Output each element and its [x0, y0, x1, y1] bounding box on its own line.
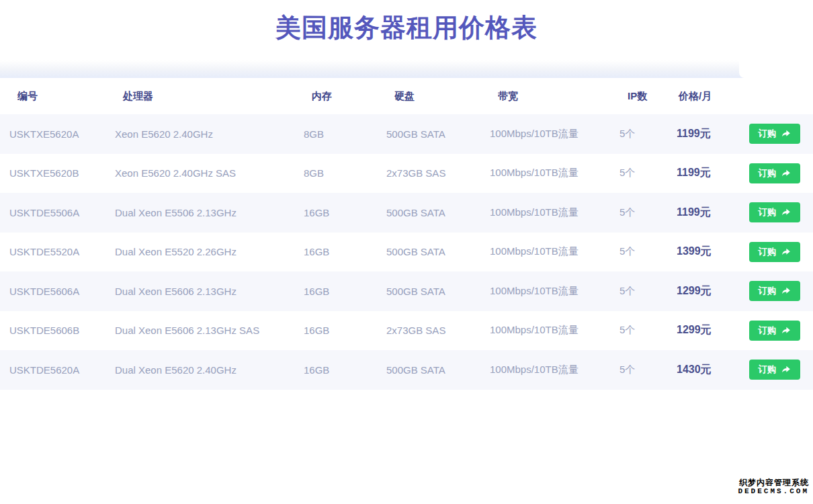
order-button[interactable]: 订购 — [749, 163, 800, 183]
col-header-price: 价格/月 — [662, 78, 736, 114]
watermark-line-cn: 织梦内容管理系统 — [738, 478, 809, 487]
cell-order: 订购 — [736, 311, 813, 351]
cell-bandwidth: 100Mbps/10TB流量 — [480, 193, 610, 233]
cell-ips: 5个 — [610, 154, 662, 194]
cell-ram: 16GB — [294, 193, 377, 233]
cell-disk: 2x73GB SAS — [377, 311, 480, 351]
header-gradient-band — [0, 60, 813, 78]
cell-disk: 500GB SATA — [377, 193, 480, 233]
cell-cpu: Dual Xeon E5520 2.26GHz — [105, 233, 294, 272]
cell-bandwidth: 100Mbps/10TB流量 — [480, 114, 610, 154]
cell-ips: 5个 — [610, 233, 662, 272]
col-header-cpu: 处理器 — [105, 78, 294, 114]
cell-bandwidth: 100Mbps/10TB流量 — [480, 350, 610, 390]
cell-price: 1430元 — [662, 350, 736, 390]
dedecms-watermark: 织梦内容管理系统 DEDECMS.COM — [738, 478, 809, 496]
cell-order: 订购 — [736, 233, 813, 272]
col-header-disk: 硬盘 — [377, 78, 480, 114]
cell-ram: 16GB — [294, 271, 377, 311]
pricing-page: 美国服务器租用价格表 编号 处理器 内存 硬盘 带宽 IP数 价格/月 USKT… — [0, 0, 813, 504]
share-arrow-icon — [781, 169, 791, 178]
col-header-bandwidth: 带宽 — [480, 78, 610, 114]
cell-disk: 500GB SATA — [377, 114, 480, 154]
cell-ram: 16GB — [294, 311, 377, 351]
order-button[interactable]: 订购 — [749, 360, 800, 380]
cell-ram: 16GB — [294, 350, 377, 390]
share-arrow-icon — [781, 286, 791, 296]
cell-ips: 5个 — [610, 311, 662, 351]
cell-ram: 16GB — [294, 233, 377, 272]
share-arrow-icon — [781, 365, 791, 374]
share-arrow-icon — [781, 129, 791, 138]
table-row: USKTDE5606A Dual Xeon E5606 2.13GHz 16GB… — [0, 271, 813, 311]
cell-price: 1199元 — [662, 154, 736, 194]
share-arrow-icon — [781, 208, 791, 217]
table-row: USKTDE5506A Dual Xeon E5506 2.13GHz 16GB… — [0, 193, 813, 233]
cell-id: USKTDE5620A — [0, 350, 105, 390]
order-button[interactable]: 订购 — [749, 202, 800, 222]
watermark-line-en: DEDECMS.COM — [738, 487, 809, 496]
cell-price: 1199元 — [662, 114, 736, 154]
cell-disk: 500GB SATA — [377, 271, 480, 311]
order-button[interactable]: 订购 — [749, 124, 800, 144]
col-header-ram: 内存 — [294, 78, 377, 114]
band-corner-notch — [739, 60, 813, 78]
order-button-label: 订购 — [759, 285, 777, 297]
table-row: USKTDE5520A Dual Xeon E5520 2.26GHz 16GB… — [0, 233, 813, 272]
cell-bandwidth: 100Mbps/10TB流量 — [480, 154, 610, 194]
order-button-label: 订购 — [759, 206, 777, 218]
table-body: USKTXE5620A Xeon E5620 2.40GHz 8GB 500GB… — [0, 114, 813, 390]
cell-cpu: Dual Xeon E5606 2.13GHz SAS — [105, 311, 294, 351]
cell-order: 订购 — [736, 193, 813, 233]
cell-ips: 5个 — [610, 350, 662, 390]
order-button[interactable]: 订购 — [749, 242, 800, 262]
cell-order: 订购 — [736, 350, 813, 390]
order-button-label: 订购 — [759, 128, 777, 140]
order-button-label: 订购 — [759, 246, 777, 258]
cell-price: 1399元 — [662, 233, 736, 272]
col-header-order — [736, 78, 813, 114]
col-header-id: 编号 — [0, 78, 105, 114]
page-title: 美国服务器租用价格表 — [0, 11, 813, 45]
cell-id: USKTDE5506A — [0, 193, 105, 233]
cell-price: 1299元 — [662, 311, 736, 351]
cell-cpu: Xeon E5620 2.40GHz SAS — [105, 154, 294, 194]
cell-cpu: Dual Xeon E5620 2.40GHz — [105, 350, 294, 390]
cell-cpu: Xeon E5620 2.40GHz — [105, 114, 294, 154]
table-header-row: 编号 处理器 内存 硬盘 带宽 IP数 价格/月 — [0, 78, 813, 114]
share-arrow-icon — [781, 326, 791, 335]
table-row: USKTXE5620B Xeon E5620 2.40GHz SAS 8GB 2… — [0, 154, 813, 194]
order-button-label: 订购 — [759, 167, 777, 179]
cell-bandwidth: 100Mbps/10TB流量 — [480, 271, 610, 311]
pricing-table: 编号 处理器 内存 硬盘 带宽 IP数 价格/月 USKTXE5620A Xeo… — [0, 78, 813, 390]
cell-disk: 500GB SATA — [377, 350, 480, 390]
cell-disk: 2x73GB SAS — [377, 154, 480, 194]
cell-id: USKTDE5520A — [0, 233, 105, 272]
table-row: USKTDE5606B Dual Xeon E5606 2.13GHz SAS … — [0, 311, 813, 351]
order-button[interactable]: 订购 — [749, 321, 800, 341]
cell-cpu: Dual Xeon E5606 2.13GHz — [105, 271, 294, 311]
cell-price: 1199元 — [662, 193, 736, 233]
order-button-label: 订购 — [759, 325, 777, 337]
title-section: 美国服务器租用价格表 — [0, 0, 813, 60]
cell-id: USKTXE5620B — [0, 154, 105, 194]
cell-bandwidth: 100Mbps/10TB流量 — [480, 233, 610, 272]
cell-price: 1299元 — [662, 271, 736, 311]
cell-order: 订购 — [736, 114, 813, 154]
table-row: USKTXE5620A Xeon E5620 2.40GHz 8GB 500GB… — [0, 114, 813, 154]
cell-ips: 5个 — [610, 271, 662, 311]
col-header-ips: IP数 — [610, 78, 662, 114]
cell-bandwidth: 100Mbps/10TB流量 — [480, 311, 610, 351]
order-button[interactable]: 订购 — [749, 281, 800, 301]
order-button-label: 订购 — [759, 364, 777, 376]
cell-id: USKTDE5606A — [0, 271, 105, 311]
cell-id: USKTDE5606B — [0, 311, 105, 351]
cell-cpu: Dual Xeon E5506 2.13GHz — [105, 193, 294, 233]
cell-order: 订购 — [736, 271, 813, 311]
table-row: USKTDE5620A Dual Xeon E5620 2.40GHz 16GB… — [0, 350, 813, 390]
table-header: 编号 处理器 内存 硬盘 带宽 IP数 价格/月 — [0, 78, 813, 114]
cell-id: USKTXE5620A — [0, 114, 105, 154]
cell-ips: 5个 — [610, 114, 662, 154]
cell-order: 订购 — [736, 154, 813, 194]
share-arrow-icon — [781, 247, 791, 257]
